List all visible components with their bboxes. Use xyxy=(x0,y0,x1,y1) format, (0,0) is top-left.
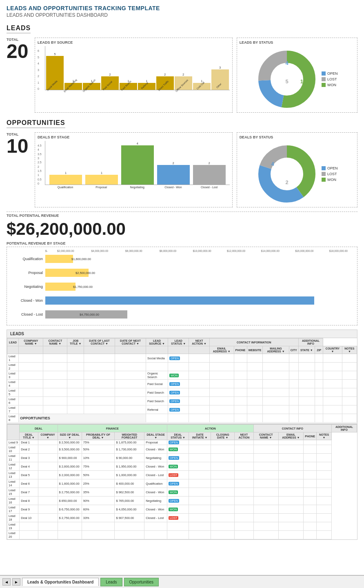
bar-proposal: 1 xyxy=(85,172,118,185)
main-title: LEADS AND OPPORTUNITIES TRACKING TEMPLAT… xyxy=(7,5,357,11)
revenue-value: $26,200,000.00 xyxy=(7,219,357,239)
rev-axis-4: $4,000,000.00 xyxy=(83,249,117,252)
th-next-action-opp: NEXT ACTION xyxy=(234,432,253,440)
rev-axis-0: $- xyxy=(45,249,49,252)
th-opp-lead xyxy=(7,425,20,440)
th-state: STATE ▼ xyxy=(298,346,315,354)
revenue-by-stage-label: POTENTIAL REVENUE BY STAGE xyxy=(7,241,357,245)
stage-x-2: Proposal xyxy=(85,186,118,189)
table-row: Lead 7 Referral OPEN xyxy=(7,405,357,414)
stage-x-4: Closed - Won xyxy=(157,186,189,189)
revenue-label: TOTAL POTENTIAL REVENUE xyxy=(7,212,357,218)
sub-title: LEADS AND OPPORTUNITIES DASHBOARD xyxy=(7,12,357,18)
rev-axis-8: $8,000,000.00 xyxy=(151,249,185,252)
rev-value-proposal: $2,500,000.00 xyxy=(75,271,95,275)
svg-text:5: 5 xyxy=(285,78,288,85)
deals-donut-chart: 4 2 4 xyxy=(256,143,322,205)
table-row: Lead 6 Paid Search OPEN xyxy=(7,397,357,405)
stage-x-5: Closed - Lost xyxy=(193,186,226,189)
bar-closed-lost: 2 xyxy=(193,162,226,185)
y-axis-label-3: 3 xyxy=(38,69,39,71)
rev-row-qualification: Qualification $1,600,000.00 xyxy=(9,253,355,265)
leads-section-title: LEADS xyxy=(7,24,31,33)
opps-y-label-15: 1.5 xyxy=(38,169,42,172)
rev-axis-12: $12,000,000.00 xyxy=(219,249,253,252)
bar-qualification: 1 xyxy=(49,172,82,185)
table-row: Lead 5 Paid Search OPEN xyxy=(7,388,357,397)
th-lead-status: LEAD STATUS ▼ xyxy=(168,339,189,346)
table-row: Lead 4 Paid Social OPEN xyxy=(7,380,357,388)
rev-axis-18: $18,000,000.00 xyxy=(322,249,356,252)
th-deal-stage: DEAL STAGE ▼ xyxy=(144,432,167,440)
rev-row-closed-lost: Closed - Lost $4,750,000.00 xyxy=(9,309,355,320)
th-opp-deal-header: DEAL xyxy=(20,425,58,432)
th-phone: PHONE xyxy=(234,346,247,354)
deals-legend-won: WON xyxy=(322,178,338,182)
th-zip: ZIP xyxy=(315,346,323,354)
legend-open: OPEN xyxy=(322,71,338,76)
legend-won: WON xyxy=(322,83,338,87)
y-axis-label-4: 4 xyxy=(38,62,39,65)
table-row: Lead 12Deal 4$ 2,600,000.0075%$ 1,950,00… xyxy=(7,462,357,471)
deals-by-stage-title: DEALS BY STAGE xyxy=(38,135,230,139)
th-opp-additional-header: ADDITIONAL INFO xyxy=(331,425,357,432)
table-row: Lead 14Deal 6$ 1,600,000.0025%$ 400,000.… xyxy=(7,479,357,488)
opps-y-label-45: 4.5 xyxy=(38,144,42,147)
opps-y-label-2: 2 xyxy=(38,165,42,168)
th-opp-finance-header: FINANCE xyxy=(58,425,167,432)
opportunities-sub-table: DEAL FINANCE ACTION CONTACT INFO ADDITIO… xyxy=(7,424,357,539)
th-country: COUNTRY ▼ xyxy=(323,346,342,354)
leads-table-title: LEADS xyxy=(9,331,26,337)
th-company-opp: COMPANY ▼ xyxy=(38,432,58,440)
th-next-contact: DATE OF NEXT CONTACT ▼ xyxy=(115,339,146,346)
leads-table: LEAD COMPANY NAME ▼ CONTACT NAME ▼ JOB T… xyxy=(7,338,357,423)
rev-row-closed-won: Closed - Won $15,600,000.00 xyxy=(9,295,355,306)
table-row: Lead 13Deal 5$ 2,000,000.0050%$ 1,000,00… xyxy=(7,471,357,479)
table-row: Lead 16Deal 8$ 850,000.0090%$ 765,000.00… xyxy=(7,497,357,505)
opps-y-label-25: 2.5 xyxy=(38,161,42,164)
legend-lost: LOST xyxy=(322,77,338,81)
table-row: Lead 3 Organic Search WON xyxy=(7,371,357,380)
table-row: Lead 18Deal 10$ 2,750,000.0033%$ 907,500… xyxy=(7,514,357,522)
th-mailing: MAILING ADDRESS ▼ xyxy=(263,346,289,354)
th-website: WEBSITE xyxy=(247,346,263,354)
th-additional-info: ADDITIONAL INFO xyxy=(298,339,323,346)
rev-axis-6: $6,000,000.00 xyxy=(117,249,151,252)
table-row: Lead 9Deal 1$ 2,500,000.0075%$ 1,875,000… xyxy=(7,440,357,445)
opportunities-section-title: OPPORTUNITIES xyxy=(7,119,65,128)
rev-row-proposal: Proposal $2,500,000.00 xyxy=(9,267,355,278)
y-axis-label-5: 5 xyxy=(38,56,39,59)
th-email: EMAIL ADDRESS ▼ xyxy=(209,346,234,354)
th-contact: CONTACT NAME ▼ xyxy=(43,339,67,346)
th-deal-status: DEAL STATUS ▼ xyxy=(167,432,189,440)
y-axis-label-6: 6 xyxy=(38,49,39,52)
table-row: Lead 17Deal 9$ 6,750,000.0060%$ 4,050,00… xyxy=(7,505,357,514)
opps-y-label-35: 3.5 xyxy=(38,153,42,156)
y-axis-label-0: 0 xyxy=(38,87,39,90)
bar-closed-won: 2 xyxy=(157,162,190,185)
deals-legend-open: OPEN xyxy=(322,166,338,170)
svg-text:4: 4 xyxy=(285,60,289,66)
th-jobtitle: JOB TITLE ▼ xyxy=(67,339,84,346)
rev-value-negotiating: $1,750,000.00 xyxy=(73,285,93,289)
table-row: Lead 20 xyxy=(7,531,357,539)
rev-axis-14: $14,000,000.00 xyxy=(253,249,287,252)
th-lead-source: LEAD SOURCE ▼ xyxy=(146,339,168,346)
opps-total-number: 10 xyxy=(7,136,28,156)
svg-text:4: 4 xyxy=(302,161,305,167)
table-row: Lead 19 xyxy=(7,522,357,531)
table-row: Lead 10Deal 2$ 3,500,000.0050%$ 1,730,00… xyxy=(7,445,357,454)
th-size-deal: SIZE OF DEAL ▼ xyxy=(58,432,82,440)
rev-value-qualification: $1,600,000.00 xyxy=(71,257,91,261)
rev-value-closed-lost: $4,750,000.00 xyxy=(80,313,99,316)
opps-y-label-0: 0 xyxy=(38,182,42,185)
bar-negotiating: 4 xyxy=(121,142,154,185)
th-lead: LEAD xyxy=(7,339,19,346)
rev-axis-16: $16,000,000.00 xyxy=(287,249,322,252)
y-axis-label-1: 1 xyxy=(38,81,39,84)
table-row: Lead 2 xyxy=(7,363,357,371)
rev-axis-2: $2,000,000.00 xyxy=(49,249,83,252)
rev-row-negotiating: Negotiating $1,750,000.00 xyxy=(9,281,355,292)
th-contact-name-opp: CONTACT NAME ▼ xyxy=(253,432,278,440)
leads-by-source-title: LEADS BY SOURCE xyxy=(38,40,230,45)
